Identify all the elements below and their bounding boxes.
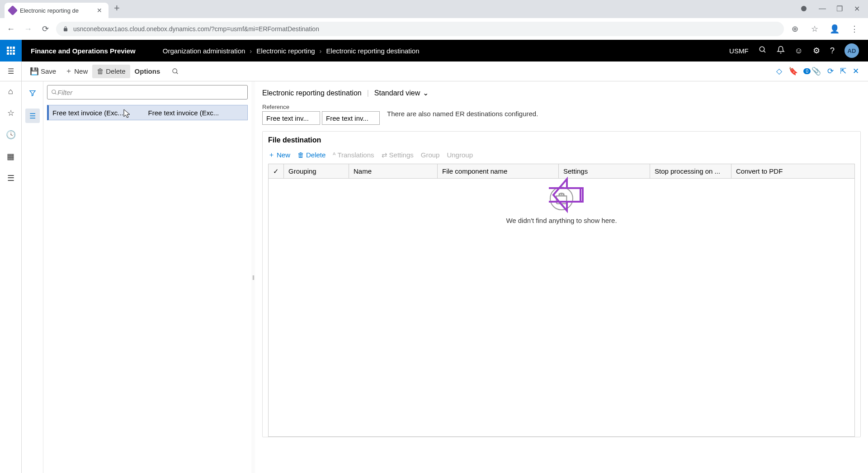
toolbar-right: ◇ 🔖 0 📎 ⟳ ⇱ ✕ xyxy=(776,66,864,76)
breadcrumb-item-destination[interactable]: Electronic reporting destination xyxy=(326,47,420,55)
grid-group-label: Group xyxy=(421,151,440,159)
grid-header-row: ✓ Grouping Name File component name Sett… xyxy=(269,164,854,179)
favicon xyxy=(8,5,18,16)
plus-icon: ＋ xyxy=(65,66,72,76)
save-button[interactable]: 💾 Save xyxy=(25,64,61,78)
file-destination-section: File destination ＋ New 🗑 Delete ᴬ Transl… xyxy=(262,131,861,437)
empty-message: We didn't find anything to show here. xyxy=(506,217,617,224)
maximize-button[interactable]: ❐ xyxy=(835,5,844,13)
grid-header-stop[interactable]: Stop processing on ... xyxy=(650,164,731,178)
user-avatar[interactable]: AD xyxy=(844,43,859,58)
refresh-icon[interactable]: ⟳ xyxy=(827,66,834,76)
list-row[interactable]: Free text invoice (Exc... Free text invo… xyxy=(47,105,248,120)
lock-icon xyxy=(62,26,69,32)
feedback-icon[interactable]: ☺ xyxy=(795,46,803,56)
reference-input-1[interactable]: Free text inv... xyxy=(262,111,320,125)
close-icon[interactable]: ✕ xyxy=(853,66,859,76)
zoom-icon[interactable]: ⊕ xyxy=(788,23,801,35)
list-row-col2: Free text invoice (Exc... xyxy=(148,109,244,117)
view-selector[interactable]: Standard view ⌄ xyxy=(374,89,429,97)
grid-settings-label: Settings xyxy=(389,151,414,159)
options-button[interactable]: Options xyxy=(130,65,165,78)
chevron-down-icon: ⌄ xyxy=(423,89,429,97)
svg-line-3 xyxy=(176,72,178,74)
url-box[interactable]: usnconeboxax1aos.cloud.onebox.dynamics.c… xyxy=(56,22,784,36)
reference-field: Reference Free text inv... Free text inv… xyxy=(262,104,380,125)
search-icon xyxy=(51,89,57,95)
list-panel: ☰ Free text invoice (Exc... Free text in… xyxy=(22,81,251,473)
modules-icon[interactable]: ☰ xyxy=(7,173,14,183)
app-launcher[interactable] xyxy=(0,40,22,61)
nav-toggle[interactable]: ☰ xyxy=(0,61,22,81)
window-close-button[interactable]: ✕ xyxy=(853,5,861,13)
bookmark-page-icon[interactable]: 🔖 xyxy=(788,66,798,76)
diamond-icon[interactable]: ◇ xyxy=(776,66,782,76)
tab-title: Electronic reporting de xyxy=(20,7,95,14)
grid-new-button[interactable]: ＋ New xyxy=(268,151,290,159)
forward-button[interactable]: → xyxy=(22,23,34,35)
incognito-indicator xyxy=(801,5,809,13)
splitter-icon: ‖ xyxy=(252,275,255,280)
search-icon xyxy=(172,68,179,75)
plus-icon: ＋ xyxy=(268,151,275,159)
new-tab-button[interactable]: + xyxy=(108,2,125,14)
recent-icon[interactable]: 🕓 xyxy=(6,130,16,140)
trash-icon: 🗑 xyxy=(97,67,104,76)
reload-button[interactable]: ⟳ xyxy=(39,23,52,35)
grid-header-settings[interactable]: Settings xyxy=(559,164,650,178)
reference-label: Reference xyxy=(262,104,380,110)
filter-pane-icon[interactable] xyxy=(25,86,40,100)
help-icon[interactable]: ? xyxy=(830,46,835,56)
waffle-icon xyxy=(7,47,15,55)
attachment-icon[interactable]: 📎 xyxy=(811,66,821,76)
grid-header-convert[interactable]: Convert to PDF xyxy=(731,164,810,178)
svg-point-4 xyxy=(52,90,56,94)
grid-delete-button[interactable]: 🗑 Delete xyxy=(297,151,326,159)
filter-input[interactable] xyxy=(57,89,244,96)
chevron-right-icon: › xyxy=(320,47,322,55)
grid-new-label: New xyxy=(277,151,290,159)
gear-icon[interactable]: ⚙ xyxy=(813,46,820,56)
browser-tab[interactable]: Electronic reporting de ✕ xyxy=(5,3,108,18)
reference-input-2[interactable]: Free text inv... xyxy=(322,111,380,125)
grid-header-grouping[interactable]: Grouping xyxy=(284,164,349,178)
home-icon[interactable]: ⌂ xyxy=(8,87,13,96)
grid-ungroup-button[interactable]: Ungroup xyxy=(447,151,473,159)
url-text: usnconeboxax1aos.cloud.onebox.dynamics.c… xyxy=(73,25,319,33)
bookmark-icon[interactable]: ☆ xyxy=(808,23,821,35)
grid-group-button[interactable]: Group xyxy=(421,151,440,159)
search-icon[interactable] xyxy=(759,46,767,56)
main-content: ⌂ ☆ 🕓 ▦ ☰ ☰ Free text invoice (Exc... Fr… xyxy=(0,81,868,473)
notification-icon[interactable] xyxy=(777,46,785,56)
filter-input-wrap[interactable] xyxy=(47,85,248,99)
list-view-icon[interactable]: ☰ xyxy=(25,109,40,123)
separator: | xyxy=(367,89,369,97)
grid-settings-button[interactable]: ⇄ Settings xyxy=(382,151,414,159)
delete-label: Delete xyxy=(106,67,125,75)
attachment-count-badge: 0 xyxy=(803,68,811,74)
toolbar-search-button[interactable] xyxy=(167,65,184,78)
browser-tab-bar: Electronic reporting de ✕ + — ❐ ✕ xyxy=(0,0,868,18)
tab-close-icon[interactable]: ✕ xyxy=(95,7,104,14)
breadcrumb-item-org-admin[interactable]: Organization administration xyxy=(163,47,245,55)
company-label[interactable]: USMF xyxy=(729,47,749,55)
grid-translations-button[interactable]: ᴬ Translations xyxy=(333,151,374,159)
delete-button[interactable]: 🗑 Delete xyxy=(92,65,130,78)
minimize-button[interactable]: — xyxy=(818,5,826,13)
list-row-col1: Free text invoice (Exc... xyxy=(52,109,148,117)
grid-header-select[interactable]: ✓ xyxy=(269,164,284,178)
new-button[interactable]: ＋ New xyxy=(61,64,92,79)
browser-menu-icon[interactable]: ⋮ xyxy=(848,23,861,35)
workspaces-icon[interactable]: ▦ xyxy=(7,151,14,161)
grid-header-name[interactable]: Name xyxy=(349,164,438,178)
svg-point-2 xyxy=(173,69,177,73)
popout-icon[interactable]: ⇱ xyxy=(840,66,846,76)
svg-line-5 xyxy=(55,93,57,95)
back-button[interactable]: ← xyxy=(5,23,17,35)
breadcrumb-item-er[interactable]: Electronic reporting xyxy=(256,47,315,55)
profile-icon[interactable]: 👤 xyxy=(828,23,841,35)
favorites-icon[interactable]: ☆ xyxy=(7,108,14,118)
grid-translations-label: Translations xyxy=(337,151,374,159)
splitter-handle[interactable]: ‖ xyxy=(251,81,255,473)
grid-header-component[interactable]: File component name xyxy=(438,164,559,178)
